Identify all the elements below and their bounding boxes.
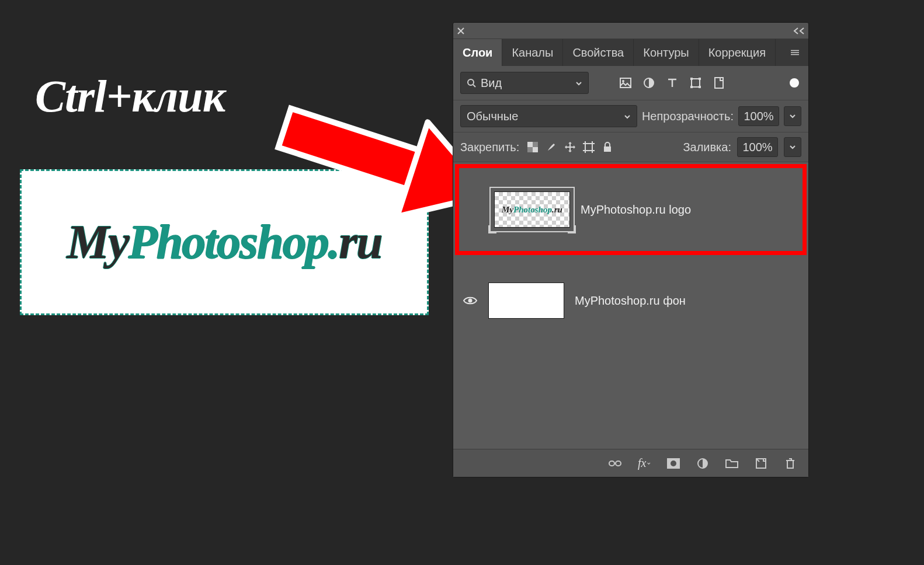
- new-layer-icon[interactable]: [755, 457, 767, 470]
- lock-all-icon[interactable]: [601, 141, 614, 154]
- svg-rect-21: [616, 461, 621, 466]
- svg-point-5: [622, 80, 624, 82]
- tab-channels[interactable]: Каналы: [502, 39, 563, 66]
- layer-name[interactable]: MyPhotoshop.ru logo: [581, 203, 691, 217]
- tab-adjustments[interactable]: Коррекция: [699, 39, 776, 66]
- tab-properties[interactable]: Свойства: [563, 39, 634, 66]
- layer-fx-icon[interactable]: fx: [638, 457, 651, 470]
- opacity-stepper[interactable]: [784, 106, 801, 126]
- svg-point-23: [671, 461, 676, 466]
- svg-point-19: [468, 299, 473, 303]
- search-icon: [467, 78, 476, 88]
- lock-position-icon[interactable]: [564, 141, 576, 154]
- delete-layer-icon[interactable]: [784, 457, 797, 470]
- layer-row[interactable]: MyPhotoshop.ru фон: [453, 257, 808, 344]
- new-adjustment-icon[interactable]: [696, 457, 709, 470]
- svg-rect-7: [692, 79, 700, 87]
- svg-rect-13: [527, 142, 533, 147]
- layer-thumbnail[interactable]: [488, 282, 564, 319]
- fill-field[interactable]: 100%: [737, 137, 778, 157]
- collapse-icon[interactable]: [793, 27, 805, 35]
- filter-shape-icon[interactable]: [689, 76, 702, 89]
- link-layers-icon[interactable]: [609, 457, 621, 470]
- svg-rect-8: [690, 78, 693, 80]
- svg-rect-17: [585, 144, 592, 151]
- panel-tabs: Слои Каналы Свойства Контуры Коррекция: [453, 39, 808, 66]
- filter-adjust-icon[interactable]: [642, 76, 655, 89]
- canvas-logo-text: MyPhotoshop.ru: [67, 215, 381, 270]
- tab-layers[interactable]: Слои: [453, 39, 502, 66]
- chevron-down-icon: [624, 110, 631, 123]
- filter-toggle[interactable]: [790, 78, 799, 88]
- layer-thumbnail[interactable]: MyPhotoshop.ru: [494, 191, 570, 228]
- tab-paths[interactable]: Контуры: [634, 39, 699, 66]
- opacity-label: Непрозрачность:: [642, 110, 734, 123]
- opacity-field[interactable]: 100%: [738, 106, 779, 126]
- svg-rect-16: [527, 147, 533, 152]
- svg-rect-15: [533, 142, 538, 147]
- layer-list: MyPhotoshop.ru MyPhotoshop.ru logo MyPho…: [453, 162, 808, 449]
- blend-mode-value: Обычные: [467, 110, 518, 123]
- filter-pixel-icon[interactable]: [619, 76, 632, 89]
- fill-label: Заливка:: [683, 141, 731, 154]
- lock-artboard-icon[interactable]: [582, 141, 595, 154]
- panel-menu-icon[interactable]: [781, 39, 808, 66]
- canvas-selected-image[interactable]: MyPhotoshop.ru: [20, 169, 429, 315]
- new-group-icon[interactable]: [725, 457, 738, 470]
- svg-rect-9: [699, 78, 701, 80]
- svg-rect-11: [699, 86, 701, 88]
- svg-rect-20: [609, 461, 614, 466]
- lock-transparency-icon[interactable]: [526, 141, 539, 154]
- blend-mode-select[interactable]: Обычные: [460, 105, 637, 127]
- filter-type-icon[interactable]: [666, 76, 679, 89]
- filter-smart-icon[interactable]: [713, 76, 725, 89]
- layer-search-kind-select[interactable]: Вид: [460, 72, 589, 94]
- layers-panel: Слои Каналы Свойства Контуры Коррекция В…: [453, 22, 809, 477]
- add-mask-icon[interactable]: [667, 457, 680, 470]
- instruction-label: Ctrl+клик: [35, 70, 225, 123]
- search-kind-label: Вид: [481, 76, 502, 90]
- chevron-down-icon: [575, 76, 582, 90]
- layer-row[interactable]: MyPhotoshop.ru MyPhotoshop.ru logo: [455, 164, 807, 255]
- svg-rect-10: [690, 86, 693, 88]
- layer-name[interactable]: MyPhotoshop.ru фон: [575, 294, 686, 308]
- visibility-toggle[interactable]: [463, 295, 478, 306]
- layers-footer: fx: [453, 449, 808, 477]
- svg-rect-12: [715, 78, 723, 88]
- lock-label: Закрепить:: [460, 141, 519, 154]
- svg-rect-18: [604, 147, 611, 152]
- fill-stepper[interactable]: [784, 137, 801, 157]
- svg-point-3: [468, 79, 474, 85]
- close-icon[interactable]: [457, 27, 465, 35]
- svg-rect-14: [533, 147, 538, 152]
- lock-pixels-icon[interactable]: [545, 141, 558, 154]
